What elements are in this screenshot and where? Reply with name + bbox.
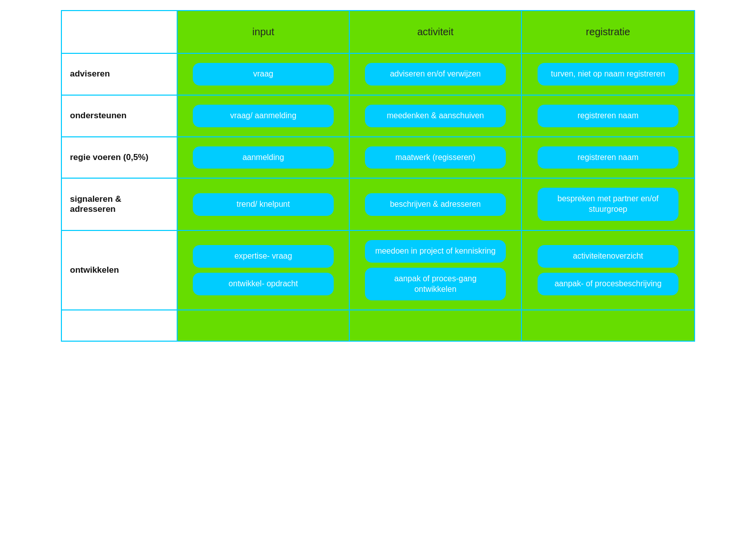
footer-col3 [350,310,522,341]
pill-signaleren-input: trend/ knelpunt [193,193,334,216]
main-grid: input activiteit registratie adviseren v… [61,10,695,342]
label-ontwikkelen: ontwikkelen [62,231,178,309]
activiteit-adviseren: adviseren en/of verwijzen [350,54,522,95]
registratie-adviseren: turven, niet op naam registreren [522,54,694,95]
label-ondersteunen: ondersteunen [62,96,178,136]
row-adviseren: adviseren vraag adviseren en/of verwijze… [62,54,694,96]
activiteit-regie: maatwerk (regisseren) [350,137,522,178]
row-regie: regie voeren (0,5%) aanmelding maatwerk … [62,137,694,179]
registratie-ondersteunen: registreren naam [522,96,694,136]
input-regie: aanmelding [178,137,350,178]
pill-ontwikkelen-reg-1: activiteitenoverzicht [538,245,678,268]
pill-ondersteunen-input: vraag/ aanmelding [193,105,334,127]
header-row: input activiteit registratie [62,11,694,54]
pill-signaleren-reg: bespreken met partner en/of stuurgroep [538,188,678,221]
registratie-signaleren: bespreken met partner en/of stuurgroep [522,179,694,230]
input-ondersteunen: vraag/ aanmelding [178,96,350,136]
footer-col2 [178,310,350,341]
input-ontwikkelen: expertise- vraag ontwikkel- opdracht [178,231,350,309]
label-regie: regie voeren (0,5%) [62,137,178,178]
activiteit-signaleren: beschrijven & adresseren [350,179,522,230]
pill-adviseren-reg: turven, niet op naam registreren [538,63,678,86]
pill-regie-reg: registreren naam [538,146,678,169]
pill-signaleren-act: beschrijven & adresseren [365,193,506,216]
registratie-regie: registreren naam [522,137,694,178]
pill-ondersteunen-act: meedenken & aanschuiven [365,105,506,127]
pill-regie-input: aanmelding [193,146,334,169]
footer-col4 [522,310,694,341]
pill-ontwikkelen-act-2: aanpak of proces-gang ontwikkelen [365,268,506,301]
row-ondersteunen: ondersteunen vraag/ aanmelding meedenken… [62,96,694,137]
label-adviseren: adviseren [62,54,178,95]
pill-ontwikkelen-input-1: expertise- vraag [193,245,334,268]
pill-ontwikkelen-input-2: ontwikkel- opdracht [193,273,334,295]
pill-ontwikkelen-act-1: meedoen in project of kenniskring [365,240,506,263]
pill-vraag: vraag [193,63,334,86]
pill-ontwikkelen-reg-2: aanpak- of procesbeschrijving [538,273,678,295]
row-signaleren: signaleren & adresseren trend/ knelpunt … [62,179,694,231]
activiteit-ontwikkelen: meedoen in project of kenniskring aanpak… [350,231,522,309]
footer-col1 [62,310,178,341]
label-signaleren: signaleren & adresseren [62,179,178,230]
pill-ondersteunen-reg: registreren naam [538,105,678,127]
input-signaleren: trend/ knelpunt [178,179,350,230]
header-input: input [178,11,350,54]
pill-regie-act: maatwerk (regisseren) [365,146,506,169]
pill-adviseren-act: adviseren en/of verwijzen [365,63,506,86]
registratie-ontwikkelen: activiteitenoverzicht aanpak- of procesb… [522,231,694,309]
header-activiteit: activiteit [350,11,522,54]
header-registratie: registratie [522,11,694,54]
header-empty [62,11,178,54]
footer-row [62,310,694,341]
activiteit-ondersteunen: meedenken & aanschuiven [350,96,522,136]
input-adviseren: vraag [178,54,350,95]
row-ontwikkelen: ontwikkelen expertise- vraag ontwikkel- … [62,231,694,310]
